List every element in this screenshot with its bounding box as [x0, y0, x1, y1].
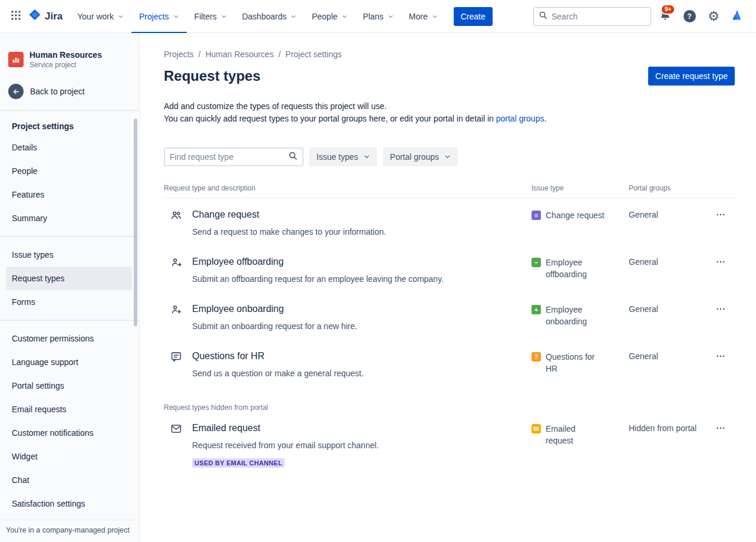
issue-type-icon: + — [531, 305, 541, 314]
row-more-actions-button[interactable] — [711, 208, 730, 222]
issue-type-label: Employee offboarding — [546, 257, 605, 280]
sidebar-item-customer-permissions[interactable]: Customer permissions — [6, 327, 132, 350]
nav-plans[interactable]: Plans — [355, 0, 401, 33]
help-button[interactable]: ? — [679, 6, 699, 27]
row-more-actions-button[interactable] — [711, 255, 730, 270]
create-button[interactable]: Create — [454, 7, 493, 26]
sidebar-item-widget[interactable]: Widget — [6, 445, 132, 468]
request-type-name-link[interactable]: Employee onboarding — [192, 303, 284, 315]
nav-people[interactable]: People — [304, 0, 355, 33]
request-type-name-link[interactable]: Change request — [192, 208, 259, 221]
nav-label: Filters — [194, 12, 217, 21]
app-switcher-button[interactable] — [6, 6, 26, 27]
request-type-name-link[interactable]: Employee offboarding — [192, 255, 283, 268]
hidden-section-label: Request types hidden from portal — [164, 403, 735, 412]
portal-group-value: General — [629, 303, 711, 332]
project-name: Human Resources — [29, 50, 102, 60]
sidebar-item-language-support[interactable]: Language support — [6, 350, 132, 374]
chevron-down-icon — [221, 12, 227, 21]
arrow-left-icon — [8, 84, 24, 99]
breadcrumb: Projects / Human Resources / Project set… — [164, 50, 735, 59]
global-search — [533, 7, 651, 26]
chevron-down-icon — [290, 12, 296, 21]
request-types-page: Projects / Human Resources / Project set… — [140, 33, 756, 542]
project-type-footer: You're in a company-managed project — [0, 520, 140, 542]
used-by-email-channel-badge: USED BY EMAIL CHANNEL — [192, 458, 285, 468]
sidebar-item-satisfaction-settings[interactable]: Satisfaction settings — [6, 492, 132, 515]
portal-groups-link[interactable]: portal groups — [496, 114, 544, 123]
sidebar-item-issue-types[interactable]: Issue types — [6, 243, 132, 267]
sidebar-item-details[interactable]: Details — [6, 136, 132, 159]
nav-label: Your work — [77, 12, 114, 21]
back-to-project-button[interactable]: Back to project — [6, 79, 132, 104]
chevron-down-icon — [388, 12, 394, 21]
issue-type-icon: − — [531, 258, 541, 267]
atlassian-logo[interactable] — [728, 6, 748, 27]
breadcrumb-project-settings[interactable]: Project settings — [285, 50, 342, 59]
person-add-icon — [170, 303, 183, 316]
jira-logo[interactable]: Jira — [26, 8, 70, 24]
breadcrumb-projects[interactable]: Projects — [164, 50, 194, 59]
row-more-actions-button[interactable] — [711, 422, 730, 436]
nav-dashboards[interactable]: Dashboards — [235, 0, 305, 33]
page-title: Request types — [164, 68, 260, 84]
issue-type-label: Change request — [546, 209, 605, 221]
chevron-down-icon — [444, 152, 451, 162]
people-group-icon — [170, 209, 183, 222]
project-settings-sidebar: Human Resources Service project Back to … — [0, 33, 140, 542]
issue-type-label: Employee onboarding — [546, 304, 605, 327]
nav-projects[interactable]: Projects — [131, 0, 187, 33]
request-type-name-link[interactable]: Questions for HR — [192, 350, 265, 362]
sidebar-divider — [0, 110, 139, 111]
sidebar-scrollbar[interactable] — [134, 119, 137, 326]
row-more-actions-button[interactable] — [711, 303, 730, 317]
breadcrumb-human-resources[interactable]: Human Resources — [205, 50, 273, 59]
issue-type-icon: ≡ — [531, 211, 541, 220]
create-request-type-button[interactable]: Create request type — [648, 67, 735, 86]
sidebar-item-forms[interactable]: Forms — [6, 290, 132, 314]
jira-logo-text: Jira — [45, 11, 62, 22]
nav-more[interactable]: More — [401, 0, 445, 33]
project-type: Service project — [29, 60, 102, 70]
primary-navigation: Your work Projects Filters Dashboards Pe… — [70, 0, 445, 33]
row-more-actions-button[interactable] — [711, 350, 730, 364]
issue-type-label: Emailed request — [546, 423, 605, 446]
sidebar-item-request-types[interactable]: Request types — [6, 267, 132, 290]
project-header: Human Resources Service project — [6, 48, 132, 71]
sidebar-item-email-requests[interactable]: Email requests — [6, 398, 132, 421]
search-input[interactable] — [552, 12, 658, 21]
sidebar-item-chat[interactable]: Chat — [6, 468, 132, 492]
sidebar-item-customer-notifications[interactable]: Customer notifications — [6, 421, 132, 445]
sidebar-item-features[interactable]: Features — [6, 183, 132, 206]
search-icon — [539, 11, 547, 22]
request-type-description: Send us a question or make a general req… — [192, 367, 364, 379]
sidebar-item-summary[interactable]: Summary — [6, 206, 132, 230]
chevron-down-icon — [364, 152, 370, 162]
issue-types-dropdown[interactable]: Issue types — [309, 147, 377, 166]
portal-group-value: General — [629, 350, 711, 379]
request-type-row: Employee onboarding Submit an onboarding… — [164, 293, 735, 340]
find-request-type-box — [164, 147, 303, 166]
sidebar-item-people[interactable]: People — [6, 159, 132, 183]
nav-label: Projects — [139, 12, 169, 21]
portal-group-value: General — [629, 255, 711, 285]
nav-label: More — [409, 12, 428, 21]
portal-groups-dropdown[interactable]: Portal groups — [383, 147, 458, 166]
sidebar-item-portal-settings[interactable]: Portal settings — [6, 374, 132, 398]
find-request-type-input[interactable] — [170, 152, 288, 162]
settings-button[interactable]: ⚙ — [704, 6, 724, 27]
issue-type-icon: ✉ — [531, 424, 541, 433]
description-line-2: You can quickly add request types to you… — [164, 113, 735, 125]
jira-mark-icon — [28, 8, 41, 24]
more-horizontal-icon — [715, 423, 726, 435]
notification-badge: 9+ — [661, 4, 675, 15]
request-type-name-link[interactable]: Emailed request — [192, 422, 260, 434]
nav-label: People — [312, 12, 338, 21]
notifications-button[interactable]: 9+ — [655, 6, 675, 27]
description-line-2-suffix: . — [544, 114, 546, 123]
gear-icon: ⚙ — [708, 10, 719, 23]
request-type-row: Employee offboarding Submit an offboardi… — [164, 245, 735, 293]
nav-your-work[interactable]: Your work — [70, 0, 131, 33]
nav-filters[interactable]: Filters — [187, 0, 235, 33]
request-type-row: Emailed request Request received from yo… — [164, 412, 735, 475]
